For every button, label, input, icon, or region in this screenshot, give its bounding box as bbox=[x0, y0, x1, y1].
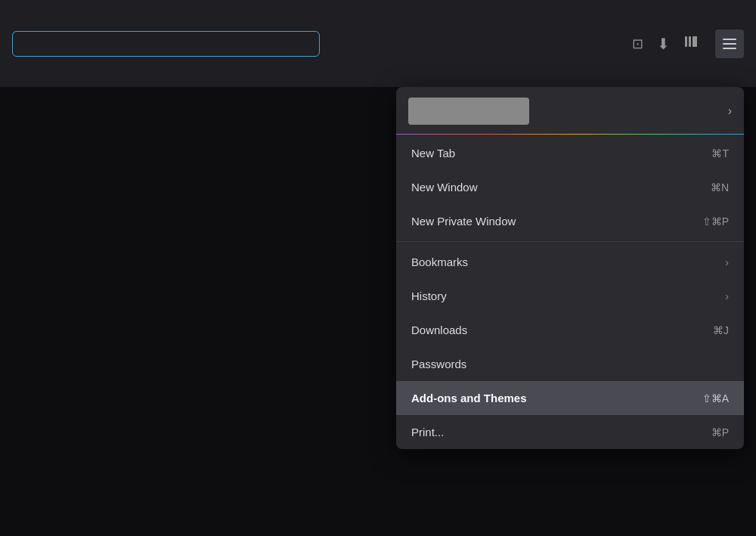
menu-item-downloads[interactable]: Downloads ⌘J bbox=[396, 313, 744, 347]
downloads-label: Downloads bbox=[411, 324, 467, 336]
hamburger-line-1 bbox=[723, 39, 736, 40]
history-chevron-icon: › bbox=[725, 290, 729, 302]
browser-toolbar: ⊡ ⬇ bbox=[0, 0, 756, 87]
menu-item-addons-themes[interactable]: Add-ons and Themes ⇧⌘A bbox=[396, 381, 744, 415]
menu-item-passwords[interactable]: Passwords bbox=[396, 347, 744, 381]
header-chevron-icon[interactable]: › bbox=[728, 104, 732, 118]
section-divider-1 bbox=[396, 241, 744, 242]
menu-item-new-window[interactable]: New Window ⌘N bbox=[396, 170, 744, 204]
menu-item-new-tab[interactable]: New Tab ⌘T bbox=[396, 136, 744, 170]
addons-themes-label: Add-ons and Themes bbox=[411, 392, 527, 404]
print-shortcut: ⌘P bbox=[711, 426, 729, 438]
new-private-window-shortcut: ⇧⌘P bbox=[702, 215, 729, 228]
menu-item-bookmarks[interactable]: Bookmarks › bbox=[396, 245, 744, 279]
pocket-icon[interactable]: ⊡ bbox=[632, 36, 643, 52]
svg-rect-0 bbox=[685, 36, 687, 47]
svg-rect-2 bbox=[692, 36, 697, 47]
new-window-shortcut: ⌘N bbox=[711, 181, 729, 194]
hamburger-line-2 bbox=[723, 43, 736, 45]
new-tab-label: New Tab bbox=[411, 147, 455, 160]
menu-item-history[interactable]: History › bbox=[396, 279, 744, 313]
hamburger-menu-button[interactable] bbox=[715, 29, 744, 58]
bookmarks-label: Bookmarks bbox=[411, 256, 468, 268]
svg-rect-1 bbox=[689, 36, 691, 47]
print-label: Print... bbox=[411, 426, 444, 438]
hamburger-line-3 bbox=[723, 48, 736, 49]
addons-themes-shortcut: ⇧⌘A bbox=[702, 392, 729, 404]
history-label: History bbox=[411, 290, 447, 302]
passwords-label: Passwords bbox=[411, 358, 466, 370]
app-menu-dropdown: › New Tab ⌘T New Window ⌘N New Private W… bbox=[396, 87, 744, 449]
new-private-window-label: New Private Window bbox=[411, 215, 516, 228]
download-icon[interactable]: ⬇ bbox=[657, 35, 670, 53]
new-window-label: New Window bbox=[411, 181, 478, 194]
profile-placeholder bbox=[408, 98, 529, 125]
menu-item-print[interactable]: Print... ⌘P bbox=[396, 415, 744, 449]
menu-item-new-private-window[interactable]: New Private Window ⇧⌘P bbox=[396, 204, 744, 238]
downloads-shortcut: ⌘J bbox=[713, 324, 729, 336]
rainbow-divider bbox=[396, 134, 744, 135]
library-icon[interactable] bbox=[683, 33, 700, 54]
menu-header: › bbox=[396, 87, 744, 132]
bookmarks-chevron-icon: › bbox=[725, 256, 729, 268]
address-bar[interactable] bbox=[12, 31, 320, 57]
toolbar-icons: ⊡ ⬇ bbox=[632, 33, 700, 54]
new-tab-shortcut: ⌘T bbox=[711, 147, 729, 160]
